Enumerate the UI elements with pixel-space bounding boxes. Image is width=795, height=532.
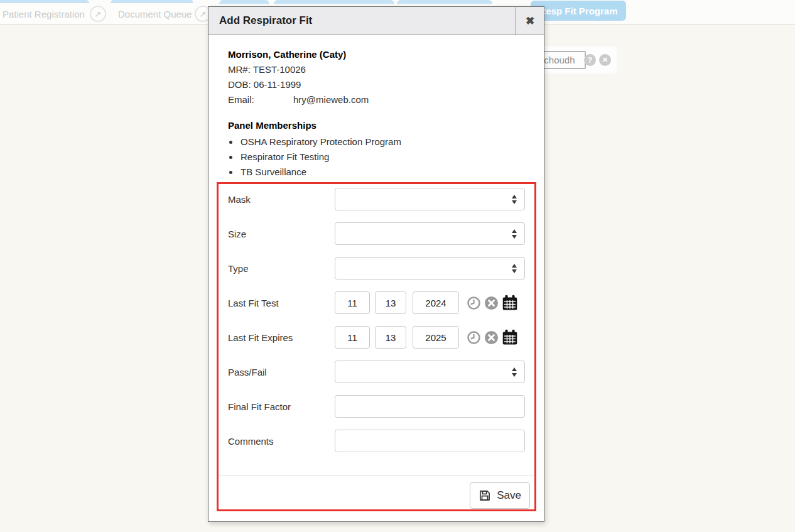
save-button-label: Save [497,489,521,502]
last-fit-expires-month-input[interactable] [335,326,370,349]
clear-date-icon[interactable] [484,330,499,345]
add-respirator-fit-dialog: Add Respirator Fit ✖ Morrison, Catherine… [208,6,544,522]
highlighted-form-region: Mask Size Type Last Fit Test [217,182,536,511]
mask-label: Mask [228,194,335,205]
close-icon: ✖ [526,14,534,28]
patient-name: Morrison, Catherine (Caty) [228,47,544,62]
email-value: hry@mieweb.com [293,94,369,105]
tab-label: Patient Registration [0,3,89,19]
last-fit-test-day-input[interactable] [375,291,406,314]
close-button[interactable]: ✖ [516,7,544,35]
size-select[interactable] [335,222,525,245]
panel-membership-item: Respirator Fit Testing [239,149,544,165]
size-label: Size [228,229,335,239]
clear-glyph: ✕ [602,56,608,64]
last-fit-expires-year-input[interactable] [413,326,459,349]
hidden-tab-top[interactable] [397,0,492,4]
clear-icon[interactable]: ✕ [599,54,611,66]
pass-fail-select[interactable] [335,361,525,383]
clear-date-icon[interactable] [484,296,499,310]
form-row-type: Type [228,257,534,280]
last-fit-expires-label: Last Fit Expires [228,332,335,343]
select-arrows-icon [512,229,517,239]
last-fit-expires-day-input[interactable] [375,326,406,349]
form-row-comments: Comments [228,430,534,452]
tab-label: Resp Fit Program [539,6,617,16]
calendar-icon[interactable] [502,295,518,311]
last-fit-test-year-input[interactable] [413,291,459,314]
patient-info: Morrison, Catherine (Caty) MR#: TEST-100… [228,47,544,107]
form-row-last-fit-test: Last Fit Test [228,291,534,314]
open-new-window-icon[interactable]: ↗ [90,6,106,22]
form-row-last-fit-expires: Last Fit Expires [228,326,534,349]
calendar-icon[interactable] [502,329,518,345]
final-fit-factor-input[interactable] [335,395,525,418]
help-glyph: ? [588,55,593,65]
tab-patient-registration[interactable]: Patient Registration [0,0,89,24]
time-icon[interactable] [467,296,481,310]
dialog-footer: Save [219,475,534,509]
tab-resp-fit-program[interactable]: Resp Fit Program [531,1,626,21]
form-row-size: Size [228,222,534,245]
email-label: Email: [228,92,293,107]
select-arrows-icon [512,195,517,204]
hidden-tab-top[interactable] [219,0,269,4]
form-row-final-fit-factor: Final Fit Factor [228,395,534,418]
mask-select[interactable] [335,188,525,210]
save-disk-icon [479,489,491,502]
tab-document-queue[interactable]: Document Queue [111,0,193,24]
comments-input[interactable] [335,430,525,452]
panel-membership-item: TB Surveillance [239,165,544,180]
type-label: Type [228,263,335,274]
final-fit-factor-label: Final Fit Factor [228,401,335,412]
form-row-pass-fail: Pass/Fail [228,361,534,383]
dialog-body: Morrison, Catherine (Caty) MR#: TEST-100… [208,35,544,511]
panel-memberships-heading: Panel Memberships [228,118,544,133]
tab-label: Document Queue [111,3,193,19]
patient-email-line: Email:hry@mieweb.com [228,92,544,107]
pass-fail-label: Pass/Fail [228,367,335,377]
form-row-mask: Mask [228,188,534,210]
save-button[interactable]: Save [470,482,530,509]
type-select[interactable] [335,257,525,280]
panel-membership-item: OSHA Respiratory Protection Program [239,134,544,149]
arrow-glyph: ↗ [95,9,102,19]
arrow-glyph: ↗ [200,9,207,19]
panel-memberships-list: OSHA Respiratory Protection Program Resp… [208,134,544,180]
select-arrows-icon [512,367,517,377]
patient-mr: MR#: TEST-10026 [228,62,544,77]
select-arrows-icon [512,264,517,273]
last-fit-test-month-input[interactable] [335,291,370,314]
dialog-header: Add Respirator Fit ✖ [208,7,544,35]
hidden-tab-top[interactable] [274,0,394,4]
patient-dob: DOB: 06-11-1999 [228,77,544,92]
comments-label: Comments [228,436,335,447]
help-icon[interactable]: ? [584,54,596,66]
time-icon[interactable] [467,330,481,345]
last-fit-test-label: Last Fit Test [228,298,335,308]
dialog-title: Add Respirator Fit [208,7,516,35]
